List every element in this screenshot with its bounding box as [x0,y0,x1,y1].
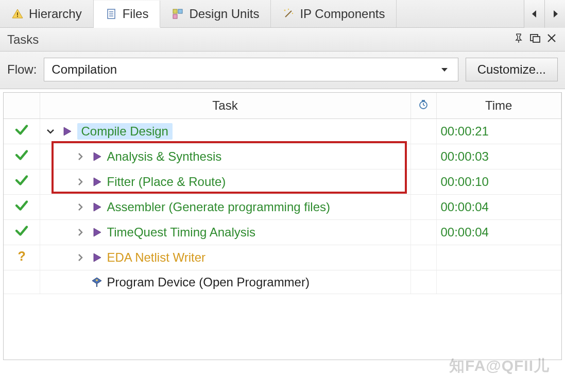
task-row[interactable]: Analysis & Synthesis00:00:03 [4,144,561,169]
panel-header: Tasks [0,28,565,52]
flow-combo[interactable]: Compilation [44,58,458,81]
check-icon [14,173,29,188]
time-cell: 00:00:04 [436,220,561,245]
tab-hierarchy[interactable]: Hierarchy [0,0,94,27]
check-icon [14,223,29,238]
pin-button[interactable] [512,32,525,47]
expand-icon[interactable] [74,176,87,188]
status-cell [4,270,40,294]
close-icon [545,32,558,44]
tab-label: Hierarchy [29,7,82,21]
wand-icon [282,8,295,20]
clock-cell [410,119,436,144]
customize-label: Customize... [477,62,546,77]
task-label: Fitter (Place & Route) [107,175,226,189]
document-icon [105,8,117,20]
clock-cell [410,270,436,294]
window-icon [529,32,541,44]
status-cell [4,169,40,195]
task-cell: EDA Netlist Writer [40,245,410,270]
pin-icon [512,32,525,44]
tab-bar: Hierarchy Files Design Units IP Componen… [0,0,565,28]
task-cell: Assembler (Generate programming files) [40,195,410,220]
task-cell: Analysis & Synthesis [40,144,410,169]
tab-scroll-left[interactable] [524,0,544,28]
check-icon [14,147,29,163]
play-icon [91,226,103,238]
expand-icon[interactable] [74,150,87,163]
check-icon [14,198,29,213]
arrow-right-icon [549,8,561,20]
time-cell: 00:00:21 [436,119,561,144]
expand-icon[interactable] [44,125,57,138]
task-label: TimeQuest Timing Analysis [107,225,256,240]
tab-scroll-right[interactable] [544,0,565,28]
expand-icon[interactable] [74,251,87,264]
tab-nav [524,0,565,27]
task-label: Program Device (Open Programmer) [107,275,310,289]
col-status[interactable] [4,93,40,119]
tab-ip-components[interactable]: IP Components [271,0,397,27]
status-cell [4,144,40,169]
task-cell: TimeQuest Timing Analysis [40,220,410,245]
time-cell: 00:00:10 [436,169,561,195]
task-cell: Compile Design [40,119,410,144]
play-icon [61,125,73,138]
tab-design-units[interactable]: Design Units [160,0,271,27]
play-icon [91,176,103,188]
status-cell [4,119,40,144]
status-cell [4,245,40,270]
task-row[interactable]: Compile Design00:00:21 [4,119,561,144]
clock-cell [410,245,436,270]
col-clock[interactable] [410,93,436,119]
flow-value: Compilation [52,62,117,77]
time-cell [436,245,561,270]
clock-cell [410,144,436,169]
tasks-grid: Task Time Compile Design00:00:21Analysis… [3,92,562,360]
question-icon [14,248,29,264]
device-icon [91,276,103,288]
tab-label: IP Components [300,7,385,21]
clock-cell [410,169,436,195]
expand-icon[interactable] [74,226,87,238]
time-cell: 00:00:04 [436,195,561,220]
status-cell [4,220,40,245]
flow-row: Flow: Compilation Customize... [0,52,565,89]
status-cell [4,195,40,220]
clock-cell [410,195,436,220]
expand-icon[interactable] [74,201,87,213]
col-time[interactable]: Time [436,93,561,119]
dropdown-icon [438,63,451,76]
task-row[interactable]: Program Device (Open Programmer) [4,270,561,294]
task-row[interactable]: Assembler (Generate programming files)00… [4,195,561,220]
tab-label: Design Units [189,7,259,21]
task-label: Assembler (Generate programming files) [107,200,331,214]
task-label: Analysis & Synthesis [107,149,222,164]
stopwatch-icon [417,98,430,110]
tab-files[interactable]: Files [94,1,161,28]
warning-icon [11,8,24,20]
panel-title: Tasks [7,32,39,47]
detach-button[interactable] [529,32,541,47]
play-icon [91,201,103,213]
task-row[interactable]: EDA Netlist Writer [4,245,561,270]
task-label: Compile Design [77,123,173,140]
time-cell: 00:00:03 [436,144,561,169]
watermark: 知FA@QFII儿 [449,355,550,377]
customize-button[interactable]: Customize... [466,58,558,81]
task-row[interactable]: Fitter (Place & Route)00:00:10 [4,169,561,195]
blocks-icon [172,8,184,20]
task-cell: Fitter (Place & Route) [40,169,410,195]
time-cell [436,270,561,294]
task-label: EDA Netlist Writer [107,250,206,265]
play-icon [91,150,103,163]
tab-label: Files [123,7,149,21]
flow-label: Flow: [7,62,37,77]
col-task[interactable]: Task [40,93,410,119]
close-button[interactable] [545,32,558,47]
play-icon [91,251,103,264]
arrow-left-icon [528,8,541,20]
clock-cell [410,220,436,245]
check-icon [14,122,29,138]
task-row[interactable]: TimeQuest Timing Analysis00:00:04 [4,220,561,245]
